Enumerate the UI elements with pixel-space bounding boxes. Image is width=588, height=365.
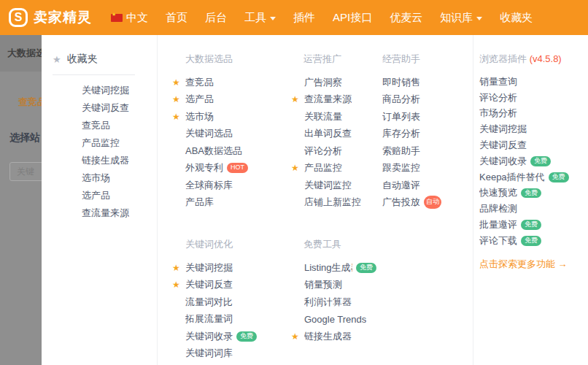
menu-item[interactable]: ★选市场 [158, 108, 282, 126]
menu-item[interactable]: 关键词挖掘 [473, 121, 588, 137]
menu-item[interactable]: 快速预览免费 [473, 185, 588, 201]
hot-badge: HOT [227, 163, 248, 173]
menu-item[interactable]: ★产品监控 [282, 160, 376, 177]
column-operations: 运营推广 广告洞察★查流量来源关联流量出单词反查评论分析★产品监控关键词监控店铺… [282, 35, 376, 365]
favorite-star-icon: ★ [172, 94, 185, 104]
menu-item[interactable]: 关键词反查 [42, 99, 157, 117]
menu-item[interactable]: ★链接生成器 [282, 328, 376, 345]
menu-item-label: 销量查询 [479, 75, 517, 88]
menu-item[interactable]: 即时销售 [376, 74, 473, 91]
favorites-title: 收藏夹 [67, 53, 98, 66]
menu-item[interactable]: 流量词对比 [158, 293, 282, 311]
section-title: 经营助手 [382, 53, 473, 65]
menu-item[interactable]: 查流量来源 [42, 204, 157, 222]
menu-item-label: 跟卖监控 [382, 161, 420, 174]
menu-item[interactable]: 链接生成器 [42, 152, 157, 169]
menu-section: 浏览器插件 (v4.5.8) 销量查询评论分析市场分析关键词挖掘关键词反查关键词… [473, 53, 588, 271]
menu-item[interactable]: 拓展流量词 [158, 311, 282, 328]
menu-item[interactable]: 选产品 [42, 187, 157, 204]
menu-item[interactable]: 广告投放自动 [376, 194, 473, 212]
menu-item-label: 关键词挖掘 [185, 261, 233, 274]
menu-item-label: 批量邀评 [479, 218, 517, 231]
menu-item[interactable]: 销量预测 [282, 277, 376, 294]
menu-item[interactable]: 订单列表 [376, 108, 473, 126]
menu-item[interactable]: 评论下载免费 [473, 233, 588, 249]
menu-item-label: 查竞品 [185, 76, 214, 89]
menu-item[interactable]: 评论分析 [282, 142, 376, 160]
menu-item[interactable]: ★关键词反查 [158, 277, 282, 294]
menu-item[interactable]: 关键词词库 [158, 345, 282, 363]
explore-more-link[interactable]: 点击探索更多功能 → [479, 258, 588, 271]
nav-item-收藏夹[interactable]: 收藏夹 [500, 11, 533, 25]
menu-item[interactable]: 关键词选品 [158, 126, 282, 143]
menu-item-label: 关联流量 [304, 110, 342, 123]
menu-item[interactable]: 查竞品 [42, 117, 157, 134]
menu-item-label: 即时销售 [382, 76, 420, 89]
menu-item[interactable]: 关键词挖掘 [42, 82, 157, 99]
tools-mega-menu: ★ 收藏夹 关键词挖掘关键词反查查竞品产品监控链接生成器选市场选产品查流量来源 … [42, 35, 588, 365]
nav-item-插件[interactable]: 插件 [293, 11, 315, 25]
background-active-tab[interactable]: 查竞品 [0, 96, 42, 109]
menu-item[interactable]: 销量查询 [473, 74, 588, 90]
menu-item[interactable]: 广告洞察 [282, 74, 376, 91]
menu-item-label: 订单列表 [382, 110, 420, 123]
menu-item-label: 选产品 [82, 189, 110, 202]
menu-item[interactable]: 品牌检测 [473, 201, 588, 217]
menu-item[interactable]: 选市场 [42, 169, 157, 187]
menu-item[interactable]: 索赔助手 [376, 142, 473, 160]
menu-item[interactable]: 店铺上新监控 [282, 194, 376, 212]
nav-item-中文[interactable]: ★中文 [111, 11, 148, 25]
plugin-version: (v4.5.8) [530, 53, 562, 64]
section-title: 关键词优化 [185, 238, 282, 250]
menu-item[interactable]: 跟卖监控 [376, 160, 473, 177]
menu-item[interactable]: Listing生成器免费 [282, 259, 376, 277]
menu-item[interactable]: 库存分析 [376, 126, 473, 143]
app-logo[interactable]: S 卖家精灵 [9, 8, 92, 27]
favorite-star-icon: ★ [291, 163, 304, 173]
menu-item-label: 快速预览 [479, 186, 517, 199]
menu-item[interactable]: 自动邀评 [376, 177, 473, 194]
column-big-data: 大数据选品 ★查竞品★选产品★选市场关键词选品ABA数据选品外观专利HOT全球商… [157, 35, 282, 365]
favorite-star-icon: ★ [172, 280, 185, 290]
menu-item[interactable]: ★查流量来源 [282, 91, 376, 109]
menu-item-label: 库存分析 [382, 127, 420, 140]
menu-item[interactable]: Google Trends [282, 311, 376, 328]
free-badge: 免费 [549, 172, 569, 182]
menu-item-label: Google Trends [304, 314, 366, 325]
menu-item[interactable]: 关键词收录免费 [158, 328, 282, 345]
menu-item[interactable]: 全球商标库 [158, 177, 282, 194]
nav-item-后台[interactable]: 后台 [205, 11, 227, 25]
logo-text: 卖家精灵 [34, 8, 92, 27]
menu-item[interactable]: 批量邀评免费 [473, 217, 588, 233]
nav-item-API接口[interactable]: API接口 [333, 11, 372, 25]
menu-item[interactable]: 关联流量 [282, 108, 376, 126]
menu-item[interactable]: 市场分析 [473, 106, 588, 122]
menu-item[interactable]: ABA数据选品 [158, 142, 282, 160]
favorites-list: 关键词挖掘关键词反查查竞品产品监控链接生成器选市场选产品查流量来源 [42, 82, 157, 222]
menu-item[interactable]: 评论分析 [473, 90, 588, 106]
nav-item-首页[interactable]: 首页 [166, 11, 187, 25]
menu-item[interactable]: 利润计算器 [282, 293, 376, 311]
section-title: 免费工具 [303, 238, 376, 250]
menu-item[interactable]: ★选产品 [158, 91, 282, 109]
section-title: 运营推广 [303, 53, 376, 65]
menu-item[interactable]: 关键词反查 [473, 137, 588, 153]
menu-item[interactable]: 商品分析 [376, 91, 473, 109]
menu-item-label: 销量预测 [304, 278, 342, 291]
menu-item[interactable]: Keepa插件替代免费 [473, 169, 588, 185]
favorites-header: ★ 收藏夹 [53, 53, 157, 66]
menu-item[interactable]: 关键词收录免费 [473, 153, 588, 169]
nav-item-工具[interactable]: 工具 [244, 11, 276, 25]
favorites-star-icon: ★ [53, 54, 61, 65]
nav-item-优麦云[interactable]: 优麦云 [390, 11, 422, 25]
menu-item[interactable]: 关键词监控 [282, 177, 376, 194]
menu-item[interactable]: 产品库 [158, 194, 282, 212]
menu-item[interactable]: ★关键词挖掘 [158, 259, 282, 277]
nav-item-知识库[interactable]: 知识库 [440, 11, 482, 25]
menu-item[interactable]: 外观专利HOT [158, 160, 282, 177]
menu-item[interactable]: ★查竞品 [158, 74, 282, 91]
background-keyword-input[interactable]: 关键 [9, 162, 42, 181]
menu-item-label: 关键词反查 [479, 139, 527, 152]
menu-item[interactable]: 出单词反查 [282, 126, 376, 143]
menu-item[interactable]: 产品监控 [42, 134, 157, 152]
